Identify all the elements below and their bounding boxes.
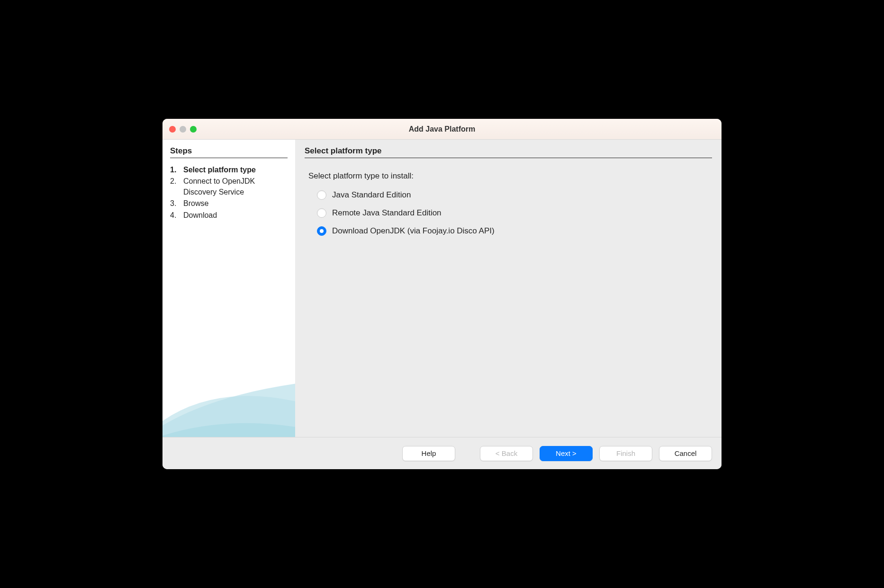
step-label: Select platform type (183, 165, 256, 175)
dialog-window: Add Java Platform Steps Select platform … (162, 119, 722, 469)
radio-icon (317, 208, 326, 218)
radio-label: Download OpenJDK (via Foojay.io Disco AP… (332, 226, 495, 236)
window-title: Add Java Platform (162, 125, 722, 134)
instruction-text: Select platform type to install: (308, 171, 712, 181)
cancel-button[interactable]: Cancel (659, 446, 712, 461)
titlebar: Add Java Platform (162, 119, 722, 140)
next-button[interactable]: Next > (540, 446, 593, 461)
step-label: Browse (183, 198, 208, 209)
radio-icon (317, 226, 326, 236)
minimize-icon (180, 126, 186, 133)
close-icon[interactable] (169, 126, 176, 133)
step-connect-discovery: Connect to OpenJDK Discovery Service (170, 176, 288, 197)
step-download: Download (170, 210, 288, 221)
radio-download-openjdk[interactable]: Download OpenJDK (via Foojay.io Disco AP… (317, 226, 712, 236)
traffic-lights (162, 126, 197, 133)
step-label: Connect to OpenJDK Discovery Service (183, 176, 288, 197)
dialog-body: Steps Select platform type Connect to Op… (162, 140, 722, 437)
radio-icon (317, 190, 326, 200)
sidebar: Steps Select platform type Connect to Op… (162, 140, 295, 437)
radio-java-se[interactable]: Java Standard Edition (317, 190, 712, 200)
help-button[interactable]: Help (402, 446, 455, 461)
platform-type-radio-group: Java Standard Edition Remote Java Standa… (317, 190, 712, 244)
sidebar-heading: Steps (170, 146, 288, 158)
dialog-footer: Help < Back Next > Finish Cancel (162, 437, 722, 469)
step-browse: Browse (170, 198, 288, 209)
decorative-swoosh-icon (162, 352, 295, 437)
steps-list: Select platform type Connect to OpenJDK … (170, 165, 288, 221)
maximize-icon[interactable] (190, 126, 197, 133)
back-button: < Back (480, 446, 533, 461)
step-select-platform-type: Select platform type (170, 165, 288, 175)
step-label: Download (183, 210, 217, 221)
radio-remote-java-se[interactable]: Remote Java Standard Edition (317, 208, 712, 218)
radio-label: Remote Java Standard Edition (332, 208, 442, 218)
finish-button: Finish (599, 446, 652, 461)
main-heading: Select platform type (305, 146, 712, 158)
main-panel: Select platform type Select platform typ… (295, 140, 722, 437)
radio-label: Java Standard Edition (332, 190, 411, 200)
